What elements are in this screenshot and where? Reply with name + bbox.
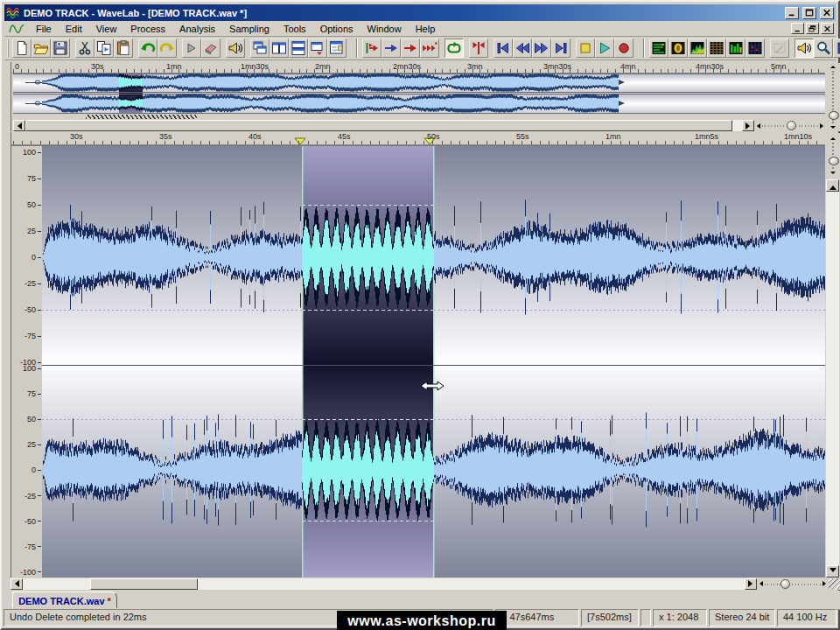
go-end-button[interactable] (551, 38, 570, 58)
status-zoom-factor[interactable]: x 1: 2048 (653, 609, 707, 626)
overview-ruler[interactable]: 030s1mn1mn30s2mn2mn30s3mn3mn30s4mn4mn30s… (11, 62, 825, 74)
vu-meter-button[interactable] (726, 38, 746, 58)
overview-waveform[interactable] (13, 74, 825, 115)
stop-icon (578, 40, 593, 56)
fast-forward-button[interactable] (532, 38, 551, 58)
editor-vzoom-track[interactable] (832, 143, 834, 169)
level-meter-button[interactable] (649, 38, 668, 58)
menu-options[interactable]: Options (313, 22, 360, 36)
wave-scope-button[interactable] (746, 38, 765, 58)
overview-scroll-left-button[interactable] (13, 120, 25, 131)
editor-scroll-up-button[interactable] (826, 179, 839, 192)
paste-button[interactable] (114, 38, 133, 58)
menu-sampling[interactable]: Sampling (222, 22, 276, 36)
toolbar-grip[interactable] (7, 39, 9, 57)
goto-marker-button[interactable] (382, 38, 401, 58)
overview-vzoom-up-arrow[interactable] (830, 63, 836, 68)
resize-grip[interactable] (829, 578, 840, 590)
editor-time-ruler[interactable]: 30s35s40s45s50s55s1mn1mn5s1mn10s (11, 132, 825, 145)
marker-insert-button[interactable] (469, 38, 488, 58)
editor-zoom-slider[interactable] (757, 578, 829, 590)
overview-scroll-thumb[interactable] (25, 120, 732, 131)
erase-button[interactable] (201, 38, 220, 58)
minimize-button[interactable] (785, 7, 799, 19)
ruler-label-4mn30s: 4mn30s (696, 62, 724, 71)
marker-multi-button[interactable] (420, 38, 439, 58)
cascade-button[interactable] (250, 38, 270, 58)
overview-zoom-slider[interactable] (754, 120, 826, 131)
menu-file[interactable]: File (29, 22, 59, 36)
save-button[interactable] (51, 38, 70, 58)
editor-scroll-thumb[interactable] (90, 578, 198, 590)
editor-vzoom-up-arrow[interactable] (830, 135, 836, 140)
overview-vzoom-track[interactable] (832, 71, 834, 123)
close-button[interactable] (820, 7, 834, 19)
new-file-icon (14, 40, 30, 56)
stop-button[interactable] (576, 38, 595, 58)
monitor-speaker-button[interactable] (794, 38, 814, 58)
editor-scroll-track[interactable] (23, 578, 745, 590)
menu-view[interactable]: View (89, 22, 124, 36)
editor-vzoom-down-arrow[interactable] (830, 172, 836, 177)
menu-help[interactable]: Help (409, 22, 443, 36)
overview-view-range-indicator[interactable] (86, 115, 197, 119)
tab-demo-track[interactable]: DEMO TRACK.wav * (12, 592, 117, 610)
rewind-button[interactable] (513, 38, 532, 58)
tile-vertical-icon (271, 40, 287, 56)
tile-horizontal-button[interactable] (289, 38, 308, 58)
status-cursor-time[interactable]: > 47s647ms (495, 609, 579, 626)
cut-button[interactable] (75, 38, 94, 58)
menu-edit[interactable]: Edit (59, 22, 89, 36)
selection-start-marker[interactable] (294, 137, 306, 145)
window-title: DEMO TRACK - WaveLab - [DEMO TRACK.wav *… (24, 8, 781, 18)
overview-scroll-track[interactable] (25, 120, 742, 131)
edit-disabled-button (770, 38, 789, 58)
window-properties-button[interactable] (327, 38, 346, 58)
level-scale[interactable]: 1007550250-25-50-75-1001007550250-25-50-… (11, 146, 42, 578)
loop-button[interactable] (444, 38, 464, 58)
status-sample-rate[interactable]: 44 100 Hz (777, 609, 836, 626)
spectrum-button[interactable] (688, 38, 707, 58)
go-start-button[interactable] (494, 38, 513, 58)
status-selection-length[interactable]: [7s502ms] (581, 609, 639, 626)
play-tool-button[interactable] (182, 38, 201, 58)
editor-scroll-right-button[interactable] (745, 578, 757, 590)
menu-analysis[interactable]: Analysis (172, 22, 222, 36)
open-button[interactable] (32, 38, 51, 58)
mdi-close-button[interactable] (821, 23, 834, 34)
wave-editor: 30s35s40s45s50s55s1mn1mn5s1mn10s 1007550… (10, 132, 825, 578)
spectrogram-button[interactable] (707, 38, 726, 58)
menu-tools[interactable]: Tools (276, 22, 313, 36)
overview-scroll-right-button[interactable] (742, 120, 754, 131)
marker-red-button[interactable] (401, 38, 420, 58)
editor-vzoom-thumb[interactable] (829, 157, 839, 165)
menu-window[interactable]: Window (360, 22, 409, 36)
speaker-button[interactable] (226, 38, 245, 58)
editor-scroll-down-button[interactable] (826, 565, 839, 578)
play-button[interactable] (595, 38, 614, 58)
phase-scope-button[interactable] (668, 38, 688, 58)
undo-button[interactable] (138, 38, 158, 58)
editor-scroll-left-button[interactable] (10, 578, 23, 590)
magnify-button[interactable] (814, 38, 833, 58)
overview-vzoom-thumb[interactable] (829, 111, 839, 120)
new-button[interactable] (12, 38, 32, 58)
marker-drop-button[interactable] (362, 38, 382, 58)
menu-process[interactable]: Process (123, 22, 172, 36)
maximize-button[interactable] (802, 7, 816, 19)
status-audio-format[interactable]: Stereo 24 bit (709, 609, 775, 626)
editor-vscroll-track[interactable] (826, 192, 839, 565)
ruler-label-1mn10s: 1mn10s (784, 132, 812, 141)
record-button[interactable] (614, 38, 634, 58)
copy-button[interactable] (94, 38, 114, 58)
title-bar[interactable]: DEMO TRACK - WaveLab - [DEMO TRACK.wav *… (4, 4, 836, 21)
pause-button[interactable] (833, 38, 840, 58)
mdi-restore-button[interactable] (806, 23, 819, 34)
tile-vertical-button[interactable] (270, 38, 289, 58)
redo-button[interactable] (158, 38, 177, 58)
switch-window-button[interactable] (308, 38, 327, 58)
overview-vzoom-down-arrow[interactable] (830, 126, 836, 131)
pause-icon (835, 40, 840, 56)
mdi-minimize-button[interactable] (791, 23, 804, 34)
main-waveform[interactable] (42, 146, 826, 578)
